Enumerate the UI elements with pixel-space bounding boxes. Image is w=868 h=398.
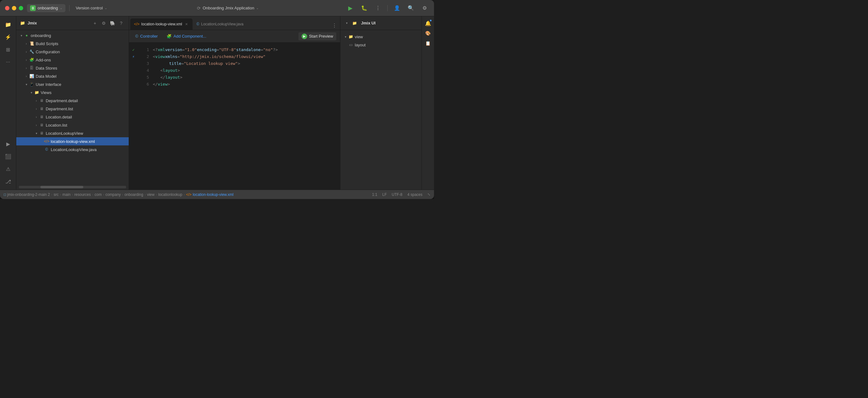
sidebar-terminal-icon[interactable]: ⬛ (2, 151, 14, 162)
add-item-button[interactable]: + (91, 20, 99, 27)
editor-toolbar: © Controller 🧩 Add Component... ▶ Start … (129, 30, 340, 42)
sidebar-structure-icon[interactable]: ⊞ (2, 44, 14, 55)
view-icon: 🖥 (39, 131, 44, 136)
view-icon: 🖥 (39, 106, 44, 112)
xml-tab-icon: </> (134, 22, 140, 26)
tree-item-user-interface[interactable]: ▾ 📱 User Interface (16, 80, 129, 88)
tab-java[interactable]: © LocationLookupView.java (193, 19, 247, 30)
expand-icon-status[interactable]: ⤡ (427, 192, 430, 197)
expand-icon: ▾ (29, 90, 34, 95)
breadcrumb-project[interactable]: jmix-onboarding-2-main 2 (7, 192, 50, 197)
breadcrumb-main[interactable]: main (62, 192, 70, 197)
horizontal-scrollbar[interactable] (19, 186, 126, 188)
minimize-button[interactable] (12, 6, 16, 10)
sidebar-jmix-icon[interactable]: ⚡ (2, 31, 14, 42)
close-button[interactable] (5, 6, 9, 10)
breadcrumb-company[interactable]: company (105, 192, 121, 197)
maximize-button[interactable] (19, 6, 23, 10)
java-tab-icon: © (196, 22, 199, 26)
tab-xml-close[interactable]: ✕ (184, 22, 189, 27)
breadcrumb-locationlookup[interactable]: locationlookup (158, 192, 182, 197)
gradle-button[interactable]: 🐘 (108, 20, 116, 27)
indent[interactable]: 4 spaces (407, 192, 423, 197)
settings-button[interactable]: ⚙ (420, 4, 429, 12)
breadcrumb-resources[interactable]: resources (74, 192, 91, 197)
tree-item-onboarding[interactable]: ▾ ● onboarding (16, 31, 129, 39)
statusbar: □ jmix-onboarding-2-main 2 › src › main … (0, 190, 434, 199)
breadcrumb-view[interactable]: view (147, 192, 154, 197)
tree-item-dept-detail[interactable]: › 🖥 Department.detail (16, 96, 129, 105)
titlebar-divider (69, 5, 69, 11)
start-preview-button[interactable]: ▶ Start Preview (299, 32, 336, 40)
encoding[interactable]: UTF-8 (392, 192, 402, 197)
tree-item-xml-file[interactable]: </> location-lookup-view.xml (16, 137, 129, 145)
sep-8: › (156, 192, 157, 197)
jmix-folder-icon: 📁 (352, 20, 357, 26)
tree-item-views[interactable]: ▾ 📁 Views (16, 88, 129, 96)
tree-item-java-file[interactable]: © LocationLookupView.java (16, 145, 129, 153)
settings-action-button[interactable]: ⚙ (100, 20, 107, 27)
tree-item-addons[interactable]: › 🧩 Add-ons (16, 56, 129, 64)
run-config-selector[interactable]: ⟳ Onboarding Jmix Application ⌄ (197, 6, 259, 11)
gutter-empty-5 (129, 74, 138, 81)
tree-item-loc-list[interactable]: › 🖥 Location.list (16, 121, 129, 129)
line-num-4: 4 (138, 67, 149, 74)
sep-5: › (103, 192, 104, 197)
breadcrumb-src[interactable]: src (54, 192, 59, 197)
item-label: layout (355, 42, 366, 47)
tree-item-loc-detail[interactable]: › 🖥 Location.detail (16, 113, 129, 121)
controller-button[interactable]: © Controller (133, 33, 160, 40)
sep-7: › (144, 192, 146, 197)
line-numbers: 1 2 3 4 5 6 (138, 42, 153, 190)
breadcrumb-com[interactable]: com (95, 192, 102, 197)
add-user-button[interactable]: 👤 (393, 4, 401, 12)
code-editor[interactable]: ✓ ⚡ 1 2 3 4 5 6 (129, 42, 340, 190)
expand-icon: › (34, 114, 39, 119)
project-selector[interactable]: 0 onboarding ⌄ (27, 4, 65, 12)
sidebar-problems-icon[interactable]: ⚠ (2, 163, 14, 175)
version-control-label: Version control (76, 6, 103, 10)
help-button[interactable]: ? (117, 20, 125, 27)
tree-item-data-model[interactable]: › 📊 Data Model (16, 72, 129, 80)
ui-icon: 📱 (29, 82, 34, 87)
preview-play-icon: ▶ (302, 33, 307, 39)
titlebar-actions: ▶ 🐛 ⋮ 👤 🔍 ⚙ (346, 4, 429, 12)
notification-button[interactable]: 🔔 (424, 19, 432, 28)
run-button[interactable]: ▶ (346, 4, 355, 12)
tree-item-data-stores[interactable]: › 🗄 Data Stores (16, 64, 129, 72)
tree-item-lookup-view[interactable]: ▾ 🖥 LocationLookupView (16, 129, 129, 137)
tabs-bar: </> location-lookup-view.xml ✕ © Locatio… (129, 16, 340, 30)
gutter-empty-3 (129, 60, 138, 67)
breadcrumb-onboarding[interactable]: onboarding (124, 192, 143, 197)
jmix-tree-layout[interactable]: ▭ layout (340, 41, 422, 49)
debug-button[interactable]: 🐛 (360, 4, 369, 12)
expand-icon (39, 147, 44, 152)
tabs-more-button[interactable]: ⋮ (330, 21, 339, 30)
line-num-6: 6 (138, 81, 149, 88)
sidebar-files-icon[interactable]: 📁 (2, 19, 14, 30)
jmix-ui-collapse-icon[interactable]: ▾ (344, 21, 349, 26)
tree-item-build-scripts[interactable]: › 📜 Build Scripts (16, 39, 129, 48)
breadcrumb-filename[interactable]: location-lookup-view.xml (193, 192, 234, 197)
java-file-icon: © (44, 147, 50, 152)
tree-item-dept-list[interactable]: › 🖥 Department.list (16, 105, 129, 113)
xml-file-icon: </> (44, 139, 50, 144)
properties-icon[interactable]: 📋 (424, 39, 432, 48)
code-content[interactable]: <?xml version="1.0" encoding="UTF-8" sta… (153, 42, 340, 190)
tab-xml[interactable]: </> location-lookup-view.xml ✕ (130, 19, 193, 30)
version-control-button[interactable]: Version control ⌄ (73, 4, 110, 11)
sidebar-git-icon[interactable]: ⎇ (2, 176, 14, 187)
jmix-tree-view[interactable]: ▾ 📁 view (340, 33, 422, 41)
tree-item-configuration[interactable]: › 🔧 Configuration (16, 48, 129, 56)
search-button[interactable]: 🔍 (406, 4, 415, 12)
add-component-button[interactable]: 🧩 Add Component... (164, 33, 209, 40)
more-actions-button[interactable]: ⋮ (374, 4, 382, 12)
expand-icon: › (34, 106, 39, 111)
ui-designer-icon[interactable]: 🎨 (424, 29, 432, 37)
item-label: LocationLookupView (46, 131, 83, 136)
cursor-position[interactable]: 1:1 (372, 192, 377, 197)
sidebar-run-icon[interactable]: ▶ (2, 138, 14, 149)
line-separator[interactable]: LF (382, 192, 387, 197)
sidebar-more-icon[interactable]: ··· (2, 56, 14, 68)
tab-java-label: LocationLookupView.java (201, 22, 243, 26)
